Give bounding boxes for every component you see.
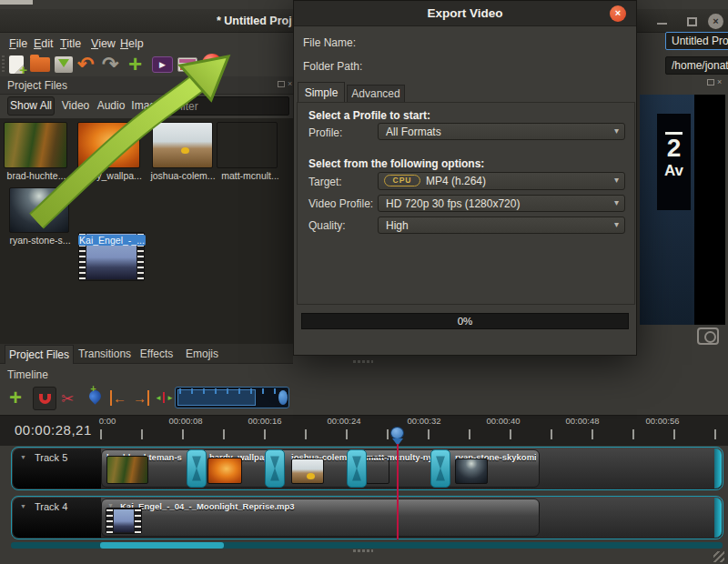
panel-splitter-handle[interactable] xyxy=(353,360,373,363)
file-label[interactable]: hardy_wallpa... xyxy=(76,170,144,181)
target-label: Target: xyxy=(308,176,342,188)
video-profile-dropdown[interactable]: HD 720p 30 fps (1280x720) ▾ xyxy=(378,195,625,212)
next-marker-icon[interactable]: → xyxy=(133,390,149,406)
options-section-label: Select from the following options: xyxy=(308,157,484,170)
center-playhead-right-icon[interactable]: ► xyxy=(167,394,174,402)
filter-video-button[interactable]: Video xyxy=(60,99,91,112)
previous-marker-icon[interactable]: ← xyxy=(110,390,126,406)
ruler-label: 00:00:32 xyxy=(408,416,441,426)
open-project-icon[interactable] xyxy=(30,57,50,72)
window-close-icon[interactable]: × xyxy=(708,14,723,29)
timeline-zoom-slider[interactable] xyxy=(175,387,289,408)
profile-window-icon[interactable] xyxy=(177,57,197,72)
hourglass-shape xyxy=(434,453,447,484)
add-marker-icon[interactable]: + xyxy=(86,388,103,404)
tab-transitions[interactable]: Transitions xyxy=(77,345,132,363)
filter-input[interactable] xyxy=(167,96,289,116)
center-playhead-left-icon[interactable]: ◄ xyxy=(155,394,162,402)
zoom-slider-handle[interactable] xyxy=(278,390,288,405)
file-label[interactable]: brad-huchte... xyxy=(2,170,71,181)
add-track-icon[interactable]: + xyxy=(9,385,22,410)
tab-emojis[interactable]: Emojis xyxy=(181,345,223,363)
track-5-row[interactable]: ▼ Track 5 brad-huchteman-s hardy_wallpap… xyxy=(11,447,723,490)
plus-glyph: + xyxy=(19,62,27,77)
quality-dropdown[interactable]: High ▾ xyxy=(378,217,625,234)
minimize-icon[interactable] xyxy=(657,23,667,25)
profile-dropdown[interactable]: All Formats ▾ xyxy=(378,123,625,140)
new-project-icon[interactable]: + xyxy=(9,55,24,74)
toolbar-drag-handle[interactable] xyxy=(2,55,5,74)
clip-thumbnail xyxy=(106,456,148,484)
panel-splitter-handle[interactable] xyxy=(353,549,373,552)
file-label[interactable]: ryan-stone-s... xyxy=(7,235,73,246)
track-4-row[interactable]: ▼ Track 4 ▼ Kai_Engel_-_04_-_Moonlight_R… xyxy=(11,496,723,539)
transition-clip[interactable] xyxy=(430,449,450,488)
clip-hardy[interactable]: hardy_wallpaper_ xyxy=(196,449,276,488)
target-dropdown[interactable]: CPU MP4 (h.264) ▾ xyxy=(378,172,625,190)
redo-icon[interactable]: ↷ xyxy=(102,53,118,76)
window-resize-grip[interactable] xyxy=(713,551,724,562)
playhead-marker[interactable] xyxy=(390,427,404,439)
chevron-down-icon[interactable]: ▼ xyxy=(20,503,26,509)
ruler-label: 00:00:16 xyxy=(248,416,282,426)
tab-advanced[interactable]: Advanced xyxy=(347,85,405,103)
track-4-header[interactable]: ▼ Track 4 xyxy=(13,498,101,538)
transition-clip[interactable] xyxy=(347,449,367,488)
export-video-icon[interactable] xyxy=(202,54,222,74)
file-label[interactable]: joshua-colem... xyxy=(148,170,217,181)
screen-artifact xyxy=(0,0,33,5)
preview-float-icon[interactable] xyxy=(707,79,714,86)
panel-close-icon[interactable]: × xyxy=(288,80,292,88)
ruler-label: 00:00:24 xyxy=(328,416,361,426)
menu-title[interactable]: Title xyxy=(60,37,81,50)
file-thumbnail-ryan[interactable] xyxy=(9,187,69,233)
track-name: Track 5 xyxy=(35,452,67,463)
file-label-selected[interactable]: Kai_Engel_-_... xyxy=(78,235,146,246)
clip-edge-offscreen xyxy=(714,448,722,488)
tab-simple[interactable]: Simple xyxy=(298,82,345,103)
timeline-scrollbar-thumb[interactable] xyxy=(100,542,224,549)
dialog-close-icon[interactable]: × xyxy=(610,5,626,22)
file-label[interactable]: matt-mcnult... xyxy=(218,170,282,181)
main-window-title: * Untitled Proj xyxy=(217,15,293,28)
filter-image-button[interactable]: Image xyxy=(129,99,164,112)
filter-audio-button[interactable]: Audio xyxy=(95,99,127,112)
chevron-down-icon: ▾ xyxy=(614,175,619,185)
clip-kai-engel-audio[interactable]: ▼ Kai_Engel_-_04_-_Moonlight_Reprise.mp3 xyxy=(101,499,540,537)
file-name-input[interactable] xyxy=(665,32,728,50)
panel-float-icon[interactable] xyxy=(278,81,285,87)
hourglass-shape xyxy=(268,453,281,484)
transition-clip[interactable] xyxy=(265,449,285,488)
save-project-icon[interactable] xyxy=(55,56,73,73)
playhead-line xyxy=(397,444,399,539)
clip-ryan[interactable]: ryan-stone-skykomis... xyxy=(436,449,540,488)
export-progress-bar: 0% xyxy=(301,313,629,329)
chevron-down-icon: ▾ xyxy=(614,219,619,229)
snapping-toggle[interactable] xyxy=(33,387,56,410)
choose-profile-icon[interactable]: ▶ xyxy=(152,56,173,73)
menu-view[interactable]: View xyxy=(91,37,116,50)
menu-edit[interactable]: Edit xyxy=(34,37,54,50)
import-files-icon[interactable]: + xyxy=(128,50,142,78)
hourglass-shape xyxy=(190,453,203,484)
chevron-down-icon[interactable]: ▼ xyxy=(20,454,26,460)
tab-project-files[interactable]: Project Files xyxy=(5,345,74,364)
transition-clip[interactable] xyxy=(187,449,207,488)
undo-icon[interactable]: ↶ xyxy=(77,53,94,76)
zoom-slider-range[interactable] xyxy=(177,389,256,406)
tab-effects[interactable]: Effects xyxy=(136,345,177,363)
folder-path-input[interactable] xyxy=(665,56,728,75)
file-thumbnail-matt[interactable] xyxy=(217,122,278,168)
preview-close-icon[interactable]: × xyxy=(717,78,722,86)
file-thumbnail-brad[interactable] xyxy=(4,122,67,168)
playhead-time: 00:00:28,21 xyxy=(15,422,92,438)
menu-file[interactable]: File xyxy=(9,37,27,50)
razor-icon[interactable]: ✂ xyxy=(61,389,74,408)
track-5-header[interactable]: ▼ Track 5 xyxy=(13,448,101,488)
file-thumbnail-hardy[interactable] xyxy=(77,122,140,168)
menu-help[interactable]: Help xyxy=(120,37,144,50)
file-thumbnail-joshua[interactable] xyxy=(152,122,213,168)
capture-frame-icon[interactable] xyxy=(697,327,719,345)
maximize-icon[interactable] xyxy=(687,17,697,26)
filter-show-all-button[interactable]: Show All xyxy=(7,96,55,116)
